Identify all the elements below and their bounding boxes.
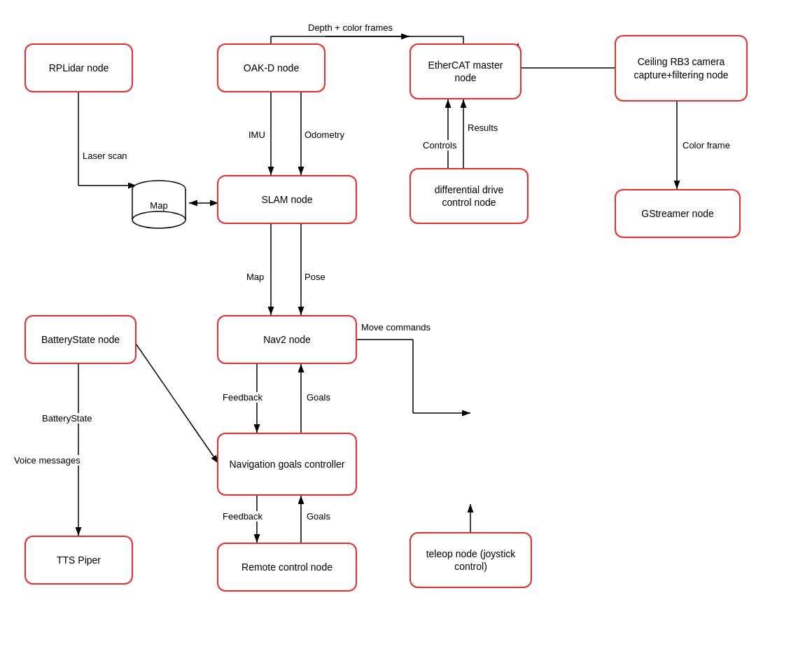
gstreamer-node: GStreamer node: [615, 189, 741, 238]
svg-point-32: [132, 211, 186, 228]
map-cylinder-svg: Map: [130, 176, 189, 232]
label-controls: Controls: [423, 140, 456, 151]
map-cylinder: Map: [130, 176, 189, 232]
label-batterystate: BatteryState: [42, 413, 92, 424]
slam-node: SLAM node: [217, 175, 357, 224]
label-movecommands: Move commands: [361, 322, 430, 333]
label-results: Results: [468, 123, 498, 133]
label-laserscan: Laser scan: [83, 151, 127, 161]
diffdrive-node: differential drive control node: [410, 168, 528, 224]
label-feedback1: Feedback: [223, 392, 262, 403]
label-goals1: Goals: [307, 392, 330, 403]
label-feedback2: Feedback: [223, 511, 262, 522]
ceiling-node: Ceiling RB3 camera capture+filtering nod…: [615, 35, 748, 102]
navgoals-node: Navigation goals controller: [217, 433, 357, 496]
rplidar-node: RPLidar node: [24, 43, 133, 92]
label-depthcolor: Depth + color frames: [308, 22, 393, 33]
label-pose: Pose: [304, 272, 326, 282]
label-odometry: Odometry: [304, 130, 344, 140]
ethercat-node: EtherCAT master node: [410, 43, 522, 99]
teleop-node: teleop node (joystick control): [410, 532, 532, 588]
label-goals2: Goals: [307, 511, 330, 522]
diagram: Depth + color frames Laser scan IMU Odom…: [0, 0, 812, 649]
label-voicemessages: Voice messages: [14, 455, 80, 466]
svg-line-21: [133, 340, 218, 463]
oakd-node: OAK-D node: [217, 43, 326, 92]
ttspiper-node: TTS Piper: [24, 536, 133, 585]
batterystate-node: BatteryState node: [24, 315, 136, 364]
label-map1: Map: [246, 272, 264, 282]
label-colorframe: Color frame: [682, 140, 730, 151]
svg-text:Map: Map: [150, 200, 167, 211]
nav2-node: Nav2 node: [217, 315, 357, 364]
remotecontrol-node: Remote control node: [217, 543, 357, 592]
label-imu: IMU: [248, 130, 265, 140]
